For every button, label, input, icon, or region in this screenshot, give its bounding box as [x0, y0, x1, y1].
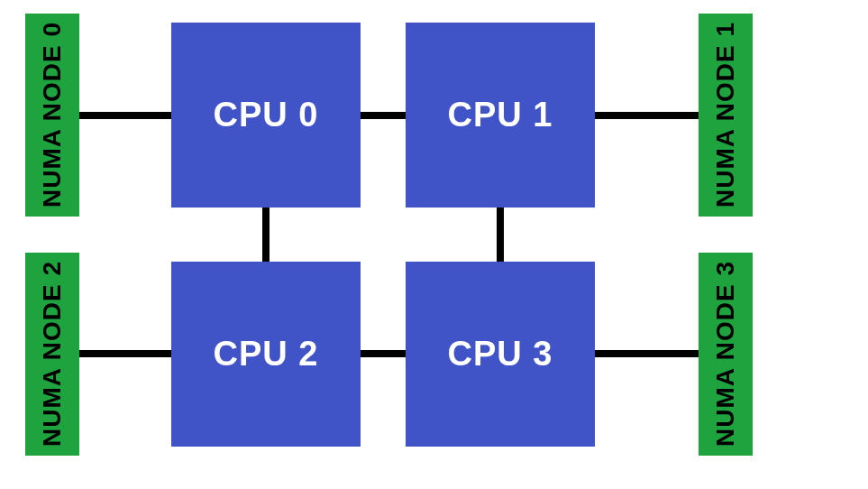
link-cpu3-numa3: [595, 350, 699, 357]
cpu-0-label: CPU 0: [214, 96, 319, 134]
cpu-2: CPU 2: [171, 262, 361, 447]
cpu-3: CPU 3: [406, 262, 595, 447]
link-numa2-cpu2: [79, 350, 171, 357]
numa-node-3: NUMA NODE 3: [699, 253, 753, 456]
link-cpu0-cpu1: [361, 112, 406, 119]
numa-node-2-label: NUMA NODE 2: [38, 262, 67, 447]
numa-node-0-label: NUMA NODE 0: [38, 23, 67, 208]
numa-node-1: NUMA NODE 1: [699, 14, 753, 217]
cpu-1-label: CPU 1: [448, 96, 553, 134]
numa-node-2: NUMA NODE 2: [25, 253, 79, 456]
cpu-3-label: CPU 3: [448, 335, 553, 374]
cpu-0: CPU 0: [171, 23, 361, 208]
cpu-2-label: CPU 2: [214, 335, 319, 374]
numa-node-0: NUMA NODE 0: [25, 14, 79, 217]
numa-node-1-label: NUMA NODE 1: [711, 23, 740, 208]
link-cpu2-cpu3: [361, 350, 406, 357]
link-cpu1-cpu3: [497, 208, 504, 262]
link-cpu1-numa1: [595, 112, 699, 119]
link-cpu0-cpu2: [262, 208, 270, 262]
link-numa0-cpu0: [79, 112, 171, 119]
cpu-1: CPU 1: [406, 23, 595, 208]
numa-node-3-label: NUMA NODE 3: [711, 262, 740, 447]
